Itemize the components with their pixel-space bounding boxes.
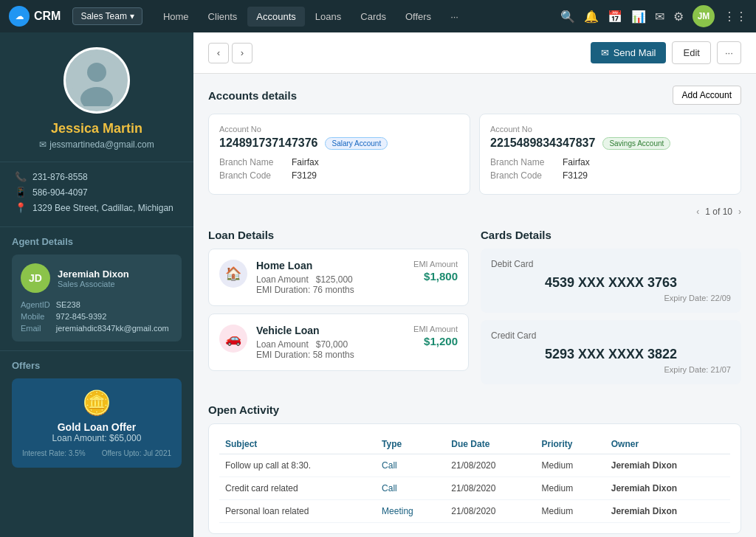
crm-logo[interactable]: ☁ CRM [9,6,61,27]
offers-footer: Interest Rate: 3.5% Offers Upto: Jul 202… [22,449,171,457]
nav-arrows: ‹ › [208,43,252,63]
offers-section: Offers 🪙 Gold Loan Offer Loan Amount: $6… [0,350,193,477]
debit-card-expiry: Expiry Date: 22/09 [491,294,731,302]
activity-type-3[interactable]: Meeting [376,500,445,523]
contact-address: 📍 1329 Bee Street, Cadillac, Michigan [15,202,179,213]
chart-icon[interactable]: 📊 [631,10,646,24]
activity-priority-2: Medium [535,477,605,500]
table-row: Follow up call at 8:30. Call 21/08/2020 … [219,454,730,477]
nav-clients[interactable]: Clients [199,7,247,27]
home-loan-emi: EMI Amount $1,800 [413,260,458,283]
agent-id-value: SE238 [56,300,173,309]
user-avatar[interactable]: JM [693,5,715,27]
branch-code-row-2: Branch Code F3129 [490,170,730,181]
agent-section-title: Agent Details [12,236,182,247]
activity-owner-2: Jeremiah Dixon [605,477,730,500]
vehicle-loan-emi: EMI Amount $1,200 [413,325,458,347]
home-loan-icon: 🏠 [219,260,247,288]
account-label-2: Account No [490,125,730,134]
offers-card[interactable]: 🪙 Gold Loan Offer Loan Amount: $65,000 I… [12,378,182,468]
vehicle-loan-icon: 🚗 [219,325,247,353]
activity-type-1[interactable]: Call [376,454,445,477]
more-button[interactable]: ··· [717,41,741,64]
content-header: ‹ › ✉ Send Mail Edit ··· [193,32,756,74]
settings-icon[interactable]: ⚙ [673,10,684,24]
branch-name-value-1: Fairfax [292,157,319,167]
nav-loans[interactable]: Loans [306,7,350,27]
accounts-grid: Account No 124891737147376 Salary Accoun… [208,114,741,195]
agent-mobile-label: Mobile [21,312,50,321]
account-card-1: Account No 124891737147376 Salary Accoun… [208,114,470,195]
profile-section: Jessica Martin ✉ jessmartineda@gmail.com [0,32,193,162]
account-pagination: ‹ 1 of 10 › [208,207,741,217]
profile-avatar [63,47,130,114]
credit-card-number: 5293 XXX XXXX 3822 [491,347,731,362]
offers-title: Gold Loan Offer [22,421,171,433]
credit-card-type: Credit Card [491,330,731,341]
calendar-icon[interactable]: 📅 [608,10,622,24]
profile-contact: 📞 231-876-8558 📱 586-904-4097 📍 1329 Bee… [0,162,193,226]
search-icon[interactable]: 🔍 [560,10,575,24]
home-loan-amount: Loan Amount $125,000 [256,274,405,285]
location-icon: 📍 [15,202,27,213]
accounts-next-icon[interactable]: › [738,207,741,217]
account-badge-1: Salary Account [325,137,388,150]
home-loan-duration: EMI Duration: 76 months [256,285,405,295]
col-due-date: Due Date [445,434,535,454]
top-navigation: ☁ CRM Sales Team ▾ Home Clients Accounts… [0,0,756,32]
agent-mobile-value: 972-845-9392 [56,312,173,321]
offers-section-title: Offers [12,360,182,371]
phone-icon: 📞 [15,171,27,182]
home-loan-info: Home Loan Loan Amount $125,000 EMI Durat… [256,260,405,295]
account-number-1: 124891737147376 [219,136,317,150]
vehicle-emi-amount: $1,200 [413,335,458,347]
vehicle-loan-info: Vehicle Loan Loan Amount $70,000 EMI Dur… [256,325,405,360]
offers-interest: Interest Rate: 3.5% [22,449,86,457]
chevron-down-icon: ▾ [130,11,134,21]
offers-icon: 🪙 [22,389,171,417]
activity-header-row: Subject Type Due Date Priority Owner [219,434,730,454]
branch-code-value-2: F3129 [563,170,588,181]
nav-home[interactable]: Home [154,7,198,27]
agent-info: Jeremiah Dixon Sales Associate [58,268,129,288]
edit-button[interactable]: Edit [672,41,710,64]
nav-more[interactable]: ··· [441,7,467,27]
add-account-button[interactable]: Add Account [673,86,741,105]
branch-code-row-1: Branch Code F3129 [219,170,459,181]
agent-email-label: Email [21,324,50,333]
loans-section: Loan Details 🏠 Home Loan Loan Amount $12… [208,229,469,392]
send-mail-button[interactable]: ✉ Send Mail [591,42,667,63]
mail-icon[interactable]: ✉ [655,10,664,24]
branch-name-label-1: Branch Name [219,157,286,167]
loans-cards-grid: Loan Details 🏠 Home Loan Loan Amount $12… [208,229,741,392]
activity-date-1: 21/08/2020 [445,454,535,477]
crm-logo-icon: ☁ [9,6,30,27]
nav-offers[interactable]: Offers [396,7,440,27]
account-label-1: Account No [219,125,459,134]
crm-label: CRM [34,10,61,23]
grid-icon[interactable]: ⋮⋮ [724,10,747,24]
bell-icon[interactable]: 🔔 [584,10,599,24]
agent-details: AgentID SE238 Mobile 972-845-9392 Email … [21,300,173,333]
agent-id-label: AgentID [21,300,50,309]
team-selector[interactable]: Sales Team ▾ [72,7,142,25]
cards-section: Cards Details Debit Card 4539 XXX XXXX 3… [481,229,741,392]
prev-arrow[interactable]: ‹ [208,43,229,63]
account-card-2: Account No 2215489834347837 Savings Acco… [479,114,741,195]
home-loan-name: Home Loan [256,260,405,271]
nav-accounts[interactable]: Accounts [247,7,304,27]
activity-type-2[interactable]: Call [376,477,445,500]
debit-card-number: 4539 XXX XXXX 3763 [491,275,731,291]
loan-card-home: 🏠 Home Loan Loan Amount $125,000 EMI Dur… [208,249,469,306]
activity-priority-3: Medium [535,500,605,523]
agent-avatar: JD [21,263,50,293]
content-body: Accounts details Add Account Account No … [193,74,756,537]
pagination-label: 1 of 10 [705,207,732,217]
activity-priority-1: Medium [535,454,605,477]
nav-cards[interactable]: Cards [351,7,395,27]
activity-date-2: 21/08/2020 [445,477,535,500]
next-arrow[interactable]: › [232,43,252,63]
accounts-prev-icon[interactable]: ‹ [696,207,699,217]
branch-code-label-1: Branch Code [219,170,286,181]
mail-icon: ✉ [601,47,609,58]
